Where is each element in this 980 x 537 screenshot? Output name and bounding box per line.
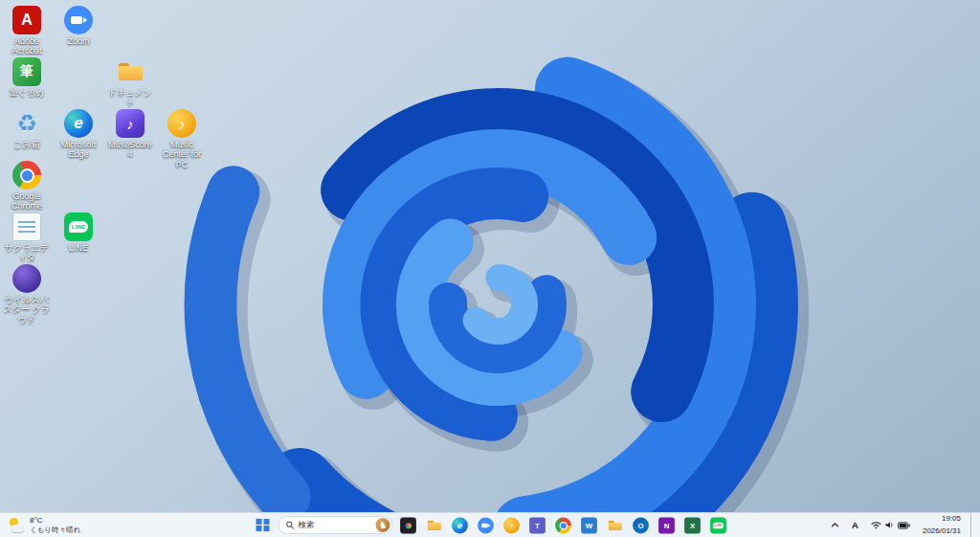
wifi-icon [871,521,881,529]
chrome-icon [12,161,41,190]
taskbar-app-folder[interactable] [603,514,627,537]
edge-icon: e [64,109,93,138]
weather-condition: くもり時々晴れ [30,526,80,534]
teams-icon: T [529,517,546,533]
desktop-icon-label: 筆ぐるめ [10,88,45,98]
desktop-icon-label: LINE [69,243,88,253]
taskbar-app-onenote[interactable]: N [655,514,679,537]
desktop-icon-label: MuseScore 4 [105,140,155,160]
photos-icon [400,517,416,533]
show-desktop-button[interactable] [970,513,973,537]
desktop-icon-line[interactable]: LINELINE [54,213,103,253]
line-icon: LINE [64,213,93,241]
network-volume-battery-button[interactable] [868,519,913,531]
desktop-icon-chrome[interactable]: Google Chrome [2,161,52,212]
taskbar-app-file-explorer[interactable] [422,514,446,537]
desktop-icon-label: ごみ箱 [13,140,39,149]
desktop-icon-sakura-editor[interactable]: サクラエディタ [2,213,52,263]
taskbar-app-chrome[interactable] [551,514,575,537]
search-seasonal-horse-image[interactable]: ♞ [376,518,390,532]
taskbar-app-line[interactable]: LINE [706,514,730,537]
desktop-icon-label: ウイルスバスター クラウド [2,295,52,324]
desktop-icon-label: Zoom [67,36,89,46]
taskbar-app-outlook[interactable]: O [629,514,653,537]
desktop-icon-recycle-bin[interactable]: ♻ごみ箱 [2,109,52,149]
weather-sun-cloud-icon [9,518,25,532]
clock-time: 19:05 [942,514,961,524]
music-center-icon: ♪ [503,517,520,533]
chevron-up-icon [831,522,839,528]
taskbar-app-photos[interactable] [396,514,420,537]
adobe-acrobat-icon: A [12,6,41,34]
desktop-icon-label: Adobe Acrobat [2,36,52,56]
desktop-icon-documents[interactable]: ドキュメント [105,57,155,108]
taskbar-app-zoom[interactable] [474,514,498,537]
taskbar-app-excel[interactable]: X [680,514,704,537]
fudegurume-icon: 筆 [12,57,41,86]
taskbar: 8°C くもり時々晴れ 検索 ♞ e♪TWONXLINE A [0,512,980,537]
desktop-icon-virus-buster[interactable]: ウイルスバスター クラウド [2,264,52,324]
taskbar-center: 検索 ♞ e♪TWONXLINE [251,513,730,537]
chrome-icon [555,517,571,533]
weather-widget[interactable]: 8°C くもり時々晴れ [3,513,86,537]
music-center-icon: ♪ [167,109,196,138]
desktop-icon-label: ドキュメント [105,88,155,108]
sakura-editor-icon [12,213,41,241]
recycle-bin-icon: ♻ [12,109,41,138]
desktop-icon-label: Music Center for PC [157,140,207,169]
clock-date: 2026/01/31 [923,526,961,536]
documents-icon [116,57,145,86]
desktop-icon-fudegurume[interactable]: 筆筆ぐるめ [2,57,52,98]
desktop-icon-label: Google Chrome [2,191,52,212]
taskbar-app-music-center[interactable]: ♪ [500,514,523,537]
taskbar-app-word[interactable]: W [577,514,601,537]
onenote-icon: N [658,517,675,533]
ime-mode-button[interactable]: A [849,518,861,532]
excel-icon: X [684,517,701,533]
volume-icon [884,521,895,529]
tray-expand-button[interactable] [828,520,842,530]
weather-temperature: 8°C [30,516,80,526]
desktop-icon-adobe-acrobat[interactable]: AAdobe Acrobat [2,6,52,56]
search-icon [286,521,295,529]
taskbar-pinned: e♪TWONXLINE [396,514,730,537]
desktop-icon-zoom[interactable]: Zoom [54,6,103,46]
desktop-icon-edge[interactable]: eMicrosoft Edge [54,109,103,160]
file-explorer-icon [426,517,442,533]
start-button[interactable] [251,515,276,536]
clock[interactable]: 19:05 2026/01/31 [920,512,964,537]
search-placeholder: 検索 [299,520,315,531]
zoom-icon [478,517,494,533]
desktop-icon-label: サクラエディタ [2,243,52,263]
search-box[interactable]: 検索 ♞ [278,516,393,534]
windows-logo-icon [256,519,269,531]
ime-mode-indicator: A [852,520,858,530]
virus-buster-icon [12,264,41,293]
desktop-icon-music-center[interactable]: ♪Music Center for PC [157,109,207,169]
zoom-icon [64,6,93,34]
musescore-icon: ♪ [116,109,145,138]
battery-icon [898,522,910,529]
taskbar-app-teams[interactable]: T [525,514,549,537]
line-icon: LINE [710,517,726,533]
outlook-icon: O [633,517,649,533]
system-tray: A 19:05 2026/01/31 [828,513,978,537]
folder-icon [607,517,623,533]
taskbar-app-edge[interactable]: e [448,514,472,537]
word-icon: W [581,517,597,533]
edge-icon: e [452,517,468,533]
desktop-icon-label: Microsoft Edge [54,140,103,160]
desktop-icon-musescore[interactable]: ♪MuseScore 4 [105,109,155,160]
